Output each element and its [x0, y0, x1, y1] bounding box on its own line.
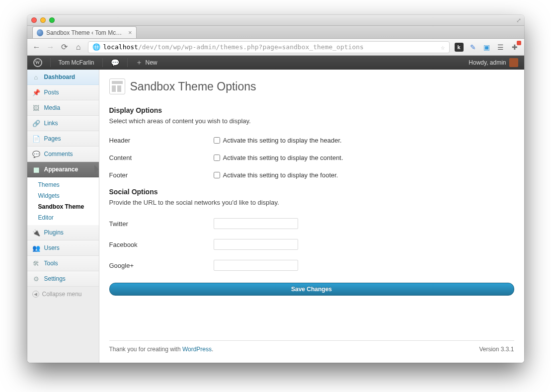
submenu-themes[interactable]: Themes [27, 179, 99, 190]
extension-stack-icon[interactable]: ☰ [496, 43, 505, 52]
comment-icon: 💬 [32, 150, 40, 158]
account-menu[interactable]: Howdy, admin [469, 58, 518, 67]
avatar [509, 58, 518, 67]
label-google: Google+ [109, 255, 214, 276]
page-icon: 📄 [32, 135, 40, 143]
close-window-icon[interactable] [31, 17, 37, 23]
label-header: Header [109, 132, 214, 149]
footer-thanks: Thank you for creating with WordPress. [109, 346, 214, 353]
window-titlebar: ⤢ [27, 15, 524, 26]
row-content: Content Activate this setting to display… [109, 149, 514, 166]
extension-eyedropper-icon[interactable]: ✎ [469, 43, 477, 52]
back-button[interactable]: ← [32, 43, 41, 52]
label-facebook: Facebook [109, 234, 214, 255]
collapse-menu[interactable]: ◀Collapse menu [27, 287, 99, 302]
admin-footer: Thank you for creating with WordPress. V… [109, 340, 514, 353]
tab-title: Sandbox Theme ‹ Tom McFa… [46, 29, 125, 36]
label-content: Content [109, 149, 214, 166]
forward-button: → [46, 43, 55, 52]
address-bar[interactable]: 🌐 localhost /dev/tom/wp/wp-admin/themes.… [88, 41, 450, 53]
checkbox-footer[interactable] [214, 172, 220, 178]
sidebar-item-appearance[interactable]: ▦Appearance [27, 162, 99, 177]
extension-adblock-icon[interactable]: ✚ [510, 43, 519, 52]
howdy-text: Howdy, admin [469, 59, 506, 66]
users-icon: 👥 [32, 244, 40, 252]
wp-admin-bar: Tom McFarlin 💬 ＋New Howdy, admin [27, 56, 524, 70]
wp-logo-menu[interactable] [33, 58, 42, 67]
page-title: Sandbox Theme Options [109, 78, 514, 94]
input-facebook[interactable] [214, 239, 298, 250]
sidebar-item-users[interactable]: 👥Users [27, 240, 99, 256]
main-content: Sandbox Theme Options Display Options Se… [99, 70, 524, 363]
favicon-icon [37, 29, 43, 36]
sidebar-item-links[interactable]: 🔗Links [27, 116, 99, 131]
browser-toolbar: ← → ⟳ ⌂ 🌐 localhost /dev/tom/wp/wp-admin… [27, 39, 524, 56]
reload-button[interactable]: ⟳ [60, 42, 69, 52]
site-name-link[interactable]: Tom McFarlin [59, 59, 94, 66]
checkbox-footer-label[interactable]: Activate this setting to display the foo… [214, 171, 509, 179]
minimize-window-icon[interactable] [40, 17, 46, 23]
fullscreen-icon[interactable]: ⤢ [516, 17, 521, 24]
new-content-menu[interactable]: ＋New [136, 58, 157, 67]
comments-bubble-icon[interactable]: 💬 [111, 59, 119, 67]
sidebar-item-media[interactable]: 🖼Media [27, 100, 99, 116]
display-options-heading: Display Options [109, 106, 514, 114]
row-twitter: Twitter [109, 213, 514, 234]
extension-k-icon[interactable]: k [455, 43, 464, 52]
url-path: /dev/tom/wp/wp-admin/themes.php?page=san… [138, 43, 364, 51]
dashboard-icon: ⌂ [32, 73, 40, 81]
zoom-window-icon[interactable] [49, 17, 55, 23]
home-button[interactable]: ⌂ [74, 43, 83, 52]
tools-icon: 🛠 [32, 259, 40, 267]
sidebar-item-settings[interactable]: ⚙Settings [27, 271, 99, 287]
globe-icon: 🌐 [92, 43, 100, 51]
bookmark-star-icon[interactable]: ☆ [441, 43, 445, 51]
wordpress-logo-icon [33, 58, 42, 67]
url-host: localhost [103, 43, 138, 51]
label-footer: Footer [109, 166, 214, 184]
sidebar-item-posts[interactable]: 📌Posts [27, 85, 99, 100]
wordpress-link[interactable]: WordPress [182, 346, 212, 353]
collapse-icon: ◀ [32, 291, 39, 298]
submenu-widgets[interactable]: Widgets [27, 190, 99, 201]
close-tab-icon[interactable]: × [128, 29, 132, 36]
social-options-desc: Provide the URL to the social networks y… [109, 199, 514, 206]
checkbox-content[interactable] [214, 155, 220, 161]
appearance-submenu: Themes Widgets Sandbox Theme Editor [27, 177, 99, 225]
label-twitter: Twitter [109, 213, 214, 234]
admin-sidebar: ⌂Dashboard 📌Posts 🖼Media 🔗Links 📄Pages 💬… [27, 70, 99, 363]
submenu-editor[interactable]: Editor [27, 212, 99, 223]
plugin-icon: 🔌 [32, 229, 40, 236]
checkbox-header-label[interactable]: Activate this setting to display the hea… [214, 137, 509, 144]
sidebar-item-comments[interactable]: 💬Comments [27, 147, 99, 162]
row-facebook: Facebook [109, 234, 514, 255]
media-icon: 🖼 [32, 104, 40, 112]
browser-tab[interactable]: Sandbox Theme ‹ Tom McFa… × [32, 26, 137, 38]
submenu-sandbox-theme[interactable]: Sandbox Theme [27, 201, 99, 212]
checkbox-content-label[interactable]: Activate this setting to display the con… [214, 154, 509, 161]
extension-image-icon[interactable]: ▣ [482, 43, 491, 52]
browser-tabstrip: Sandbox Theme ‹ Tom McFa… × [27, 26, 524, 39]
footer-version: Version 3.3.1 [479, 346, 514, 353]
display-options-table: Header Activate this setting to display … [109, 132, 514, 184]
social-options-heading: Social Options [109, 188, 514, 196]
checkbox-header[interactable] [214, 137, 220, 144]
sidebar-item-tools[interactable]: 🛠Tools [27, 256, 99, 271]
sidebar-item-plugins[interactable]: 🔌Plugins [27, 225, 99, 240]
row-google: Google+ [109, 255, 514, 276]
pin-icon: 📌 [32, 88, 40, 96]
sidebar-item-pages[interactable]: 📄Pages [27, 131, 99, 147]
social-options-table: Twitter Facebook Google+ [109, 213, 514, 276]
row-footer: Footer Activate this setting to display … [109, 166, 514, 184]
theme-options-icon [109, 78, 125, 94]
appearance-icon: ▦ [32, 165, 40, 173]
link-icon: 🔗 [32, 119, 40, 127]
sidebar-item-dashboard[interactable]: ⌂Dashboard [27, 70, 99, 85]
settings-icon: ⚙ [32, 275, 40, 283]
save-changes-button[interactable]: Save Changes [109, 283, 514, 296]
input-google[interactable] [214, 260, 298, 271]
input-twitter[interactable] [214, 218, 298, 229]
display-options-desc: Select which areas of content you wish t… [109, 117, 514, 125]
row-header: Header Activate this setting to display … [109, 132, 514, 149]
